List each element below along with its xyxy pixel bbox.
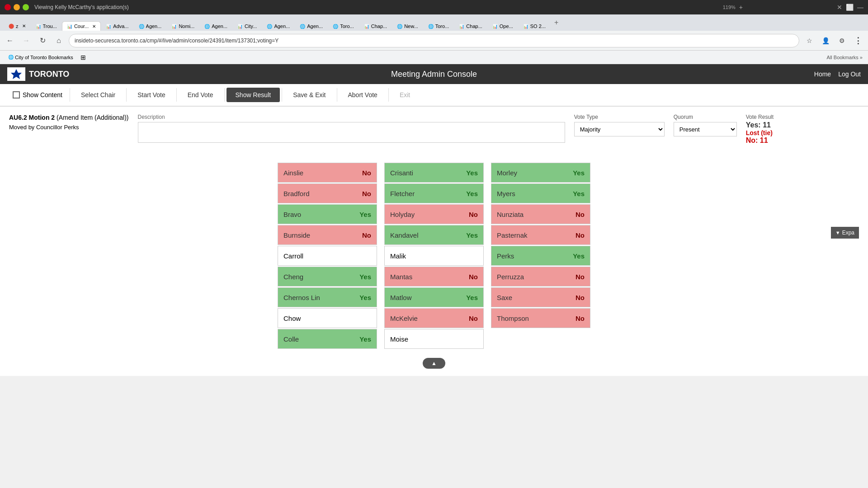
tab-z[interactable]: ⬤ z ✕ bbox=[4, 21, 31, 31]
member-vote: Yes bbox=[461, 169, 483, 177]
maximize-window-btn[interactable]: + bbox=[23, 4, 29, 10]
tab-city[interactable]: 📊 City... bbox=[232, 21, 262, 31]
forward-btn[interactable]: → bbox=[20, 34, 33, 47]
close-active-tab[interactable]: ✕ bbox=[92, 24, 96, 29]
tab-adva[interactable]: 📊 Adva... bbox=[101, 21, 133, 31]
scroll-down-btn[interactable]: ▲ bbox=[423, 358, 445, 369]
bookmark-city-toronto[interactable]: 🌐 City of Toronto Bookmarks bbox=[5, 54, 76, 61]
member-name: Chow bbox=[278, 314, 377, 322]
vote-row[interactable]: FletcherYes bbox=[384, 183, 484, 203]
logo-icon bbox=[7, 67, 25, 81]
toolbar-sep-5 bbox=[282, 88, 282, 102]
member-vote: Yes bbox=[354, 335, 377, 343]
member-name: Burnside bbox=[278, 231, 354, 239]
vote-row[interactable]: MorleyYes bbox=[491, 163, 590, 183]
vote-column-1: AinslieNoBradfordNoBravoYesBurnsideNoCar… bbox=[278, 163, 377, 349]
restore-btn[interactable]: ⬜ bbox=[846, 4, 854, 11]
vote-result-section: Vote Result Yes: 11 Lost (tie) No: 11 bbox=[746, 114, 818, 145]
vote-row[interactable]: BurnsideNo bbox=[278, 225, 377, 245]
vote-row[interactable]: MyersYes bbox=[491, 183, 590, 203]
tab-agen3[interactable]: 🌐 Agen... bbox=[262, 21, 295, 31]
save-exit-btn[interactable]: Save & Exit bbox=[284, 88, 335, 102]
vote-row[interactable]: MantasNo bbox=[384, 267, 484, 286]
quorum-select[interactable]: Present All Members bbox=[674, 122, 737, 136]
tab-chap1[interactable]: 📊 Chap... bbox=[359, 21, 392, 31]
close-window-btn[interactable]: ✕ bbox=[5, 4, 11, 10]
minimize-window-btn[interactable]: – bbox=[14, 4, 20, 10]
quorum-label: Quorum bbox=[674, 114, 737, 120]
show-content-checkbox[interactable] bbox=[13, 91, 20, 99]
zoom-in-btn[interactable]: + bbox=[739, 4, 743, 11]
all-bookmarks-label[interactable]: All Bookmarks » bbox=[827, 55, 863, 60]
vote-row[interactable]: PasternakNo bbox=[491, 225, 590, 245]
tab-agen2[interactable]: 🌐 Agen... bbox=[199, 21, 232, 31]
tab-so2[interactable]: 📊 SO 2... bbox=[518, 21, 551, 31]
expand-panel-btn[interactable]: ▼ Expa bbox=[831, 227, 859, 239]
show-content-item[interactable]: Show Content bbox=[7, 88, 68, 102]
vote-row[interactable]: ChengYes bbox=[278, 267, 377, 286]
tab-trou[interactable]: 📊 Trou... bbox=[31, 21, 62, 31]
vote-row[interactable]: AinslieNo bbox=[278, 163, 377, 183]
vote-row[interactable]: ColleYes bbox=[278, 329, 377, 349]
exit-btn[interactable]: Exit bbox=[391, 88, 419, 102]
home-btn[interactable]: ⌂ bbox=[52, 34, 65, 47]
logout-nav-link[interactable]: Log Out bbox=[838, 70, 861, 78]
vote-row[interactable]: Chow bbox=[278, 308, 377, 328]
vote-row[interactable]: BradfordNo bbox=[278, 183, 377, 203]
tab-agen4[interactable]: 🌐 Agen... bbox=[295, 21, 328, 31]
extensions-btn[interactable]: ⚙ bbox=[835, 34, 848, 47]
vote-row[interactable]: NunziataNo bbox=[491, 204, 590, 224]
vote-type-select[interactable]: Majority 2/3 Majority Unanimous bbox=[574, 122, 665, 136]
more-btn[interactable]: ⋮ bbox=[852, 34, 864, 47]
description-input[interactable] bbox=[138, 122, 565, 143]
vote-row[interactable]: Chernos LinYes bbox=[278, 287, 377, 307]
member-vote: No bbox=[461, 211, 483, 218]
tab-agen1[interactable]: 🌐 Agen... bbox=[134, 21, 167, 31]
vote-row[interactable]: Malik bbox=[384, 246, 484, 266]
vote-row[interactable]: McKelvieNo bbox=[384, 308, 484, 328]
toolbar-sep-3 bbox=[176, 88, 177, 102]
vote-row[interactable]: PerksYes bbox=[491, 246, 590, 266]
new-tab-btn[interactable]: + bbox=[551, 19, 562, 27]
apps-btn[interactable]: ⊞ bbox=[78, 53, 89, 62]
profile-btn[interactable]: 👤 bbox=[819, 34, 832, 47]
member-vote: No bbox=[567, 231, 590, 239]
vote-row[interactable]: Moise bbox=[384, 329, 484, 349]
vote-row[interactable]: SaxeNo bbox=[491, 287, 590, 307]
member-name: Saxe bbox=[491, 294, 567, 301]
vote-row[interactable]: HolydayNo bbox=[384, 204, 484, 224]
select-chair-btn[interactable]: Select Chair bbox=[72, 88, 124, 102]
end-vote-btn[interactable]: End Vote bbox=[179, 88, 222, 102]
vote-row[interactable]: Carroll bbox=[278, 246, 377, 266]
vote-row[interactable]: PerruzzaNo bbox=[491, 267, 590, 286]
tab-toro1[interactable]: 🌐 Toro... bbox=[328, 21, 359, 31]
member-name: Crisanti bbox=[385, 169, 461, 177]
vote-row[interactable]: CrisantiYes bbox=[384, 163, 484, 183]
start-vote-btn[interactable]: Start Vote bbox=[128, 88, 174, 102]
minimize-btn[interactable]: — bbox=[857, 4, 863, 11]
reload-btn[interactable]: ↻ bbox=[36, 34, 49, 47]
tab-ope[interactable]: 📊 Ope... bbox=[487, 21, 518, 31]
address-bar[interactable] bbox=[69, 34, 799, 47]
tab-chap2[interactable]: 📊 Chap... bbox=[454, 21, 487, 31]
show-result-btn[interactable]: Show Result bbox=[226, 88, 280, 102]
bookmark-btn[interactable]: ☆ bbox=[803, 34, 816, 47]
abort-vote-btn[interactable]: Abort Vote bbox=[339, 88, 387, 102]
window-title: Viewing Kelly McCarthy's application(s) bbox=[34, 4, 129, 10]
tab-cour[interactable]: 📊 Cour... ✕ bbox=[62, 21, 101, 31]
back-btn[interactable]: ← bbox=[4, 34, 16, 47]
tab-new[interactable]: 🌐 New... bbox=[392, 21, 423, 31]
vote-row[interactable]: ThompsonNo bbox=[491, 308, 590, 328]
vote-row[interactable]: BravoYes bbox=[278, 204, 377, 224]
bookmarks-bar: 🌐 City of Toronto Bookmarks ⊞ All Bookma… bbox=[0, 51, 868, 64]
home-nav-link[interactable]: Home bbox=[814, 70, 831, 78]
tab-nomi[interactable]: 📊 Nomi... bbox=[166, 21, 199, 31]
close-tab-z[interactable]: ✕ bbox=[22, 23, 26, 28]
vote-grid: AinslieNoBradfordNoBravoYesBurnsideNoCar… bbox=[9, 163, 859, 349]
close-tab-icon[interactable]: ✕ bbox=[837, 4, 842, 11]
member-vote: Yes bbox=[567, 190, 590, 197]
vote-row[interactable]: KandavelYes bbox=[384, 225, 484, 245]
tab-toro2[interactable]: 🌐 Toro... bbox=[423, 21, 454, 31]
vote-row[interactable]: MatlowYes bbox=[384, 287, 484, 307]
member-vote: No bbox=[567, 314, 590, 322]
